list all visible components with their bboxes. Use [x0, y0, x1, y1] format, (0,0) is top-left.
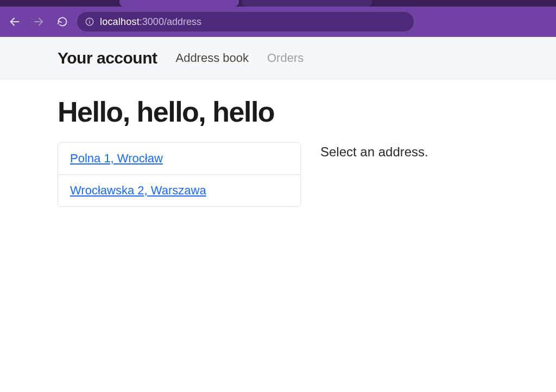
browser-tabstrip: [0, 0, 556, 7]
main-content: Hello, hello, hello Polna 1, Wrocław Wro…: [0, 79, 556, 207]
address-list: Polna 1, Wrocław Wrocławska 2, Warszawa: [58, 142, 301, 207]
page-body: Your account Address book Orders Hello, …: [0, 37, 556, 207]
nav-address-book[interactable]: Address book: [175, 51, 249, 65]
arrow-left-icon: [9, 16, 21, 28]
greeting-heading: Hello, hello, hello: [58, 96, 534, 128]
page-title: Your account: [58, 49, 157, 67]
list-item: Wrocławska 2, Warszawa: [58, 174, 300, 206]
address-detail-placeholder: Select an address.: [320, 142, 428, 160]
back-button[interactable]: [5, 12, 24, 31]
browser-tab-active[interactable]: [119, 0, 239, 7]
address-link[interactable]: Wrocławska 2, Warszawa: [70, 184, 206, 197]
reload-button[interactable]: [53, 12, 72, 31]
address-link[interactable]: Polna 1, Wrocław: [70, 151, 163, 165]
reload-icon: [57, 16, 68, 27]
url-path: :3000/address: [140, 16, 201, 27]
account-subnav: Your account Address book Orders: [0, 37, 556, 79]
url-bar[interactable]: localhost:3000/address: [77, 12, 414, 31]
site-info-icon[interactable]: [85, 17, 94, 27]
browser-tab-inactive[interactable]: [242, 0, 372, 7]
url-host: localhost: [100, 16, 140, 27]
arrow-right-icon: [33, 16, 45, 28]
svg-point-4: [89, 20, 90, 21]
browser-toolbar: localhost:3000/address: [0, 7, 556, 37]
nav-orders[interactable]: Orders: [267, 51, 304, 65]
url-text: localhost:3000/address: [100, 16, 201, 28]
forward-button[interactable]: [29, 12, 48, 31]
list-item: Polna 1, Wrocław: [58, 143, 300, 174]
address-two-col: Polna 1, Wrocław Wrocławska 2, Warszawa …: [58, 142, 534, 207]
